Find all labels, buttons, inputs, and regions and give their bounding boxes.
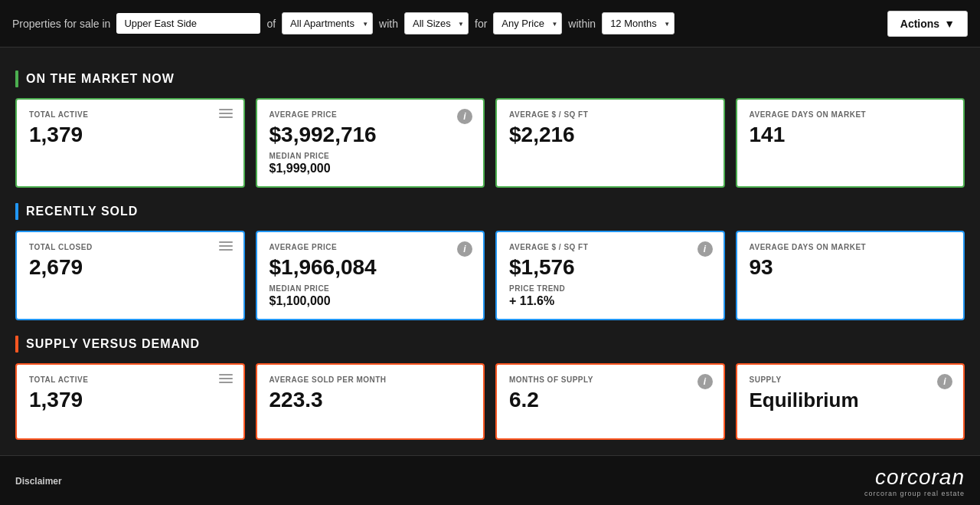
on-market-avg-price-info-icon[interactable]: i: [457, 109, 472, 124]
on-market-median-value: $1,999,000: [270, 162, 472, 175]
type-select-wrapper: All Apartments: [282, 12, 373, 34]
sold-avg-price-value: $1,966,084: [270, 256, 472, 280]
time-select-wrapper: 12 Months: [602, 12, 675, 34]
sold-total-closed-menu-icon[interactable]: [219, 241, 233, 251]
sold-avg-sqft-label: AVERAGE $ / SQ FT: [509, 243, 711, 251]
months-supply-card: MONTHS OF SUPPLY 6.2 i: [495, 363, 725, 440]
sold-avg-sqft-value: $1,576: [509, 256, 711, 280]
supply-equilibrium-card: SUPPLY Equilibrium i: [736, 363, 965, 440]
sold-avg-price-label: AVERAGE PRICE: [270, 243, 472, 251]
on-market-total-active-menu-icon[interactable]: [219, 109, 233, 118]
sold-total-closed-value: 2,679: [29, 256, 231, 280]
of-label: of: [266, 18, 276, 30]
on-market-avg-price-card: AVERAGE PRICE $3,992,716 MEDIAN PRICE $1…: [256, 98, 485, 188]
within-label: within: [568, 18, 596, 30]
supply-total-active-card: TOTAL ACTIVE 1,379: [15, 363, 245, 440]
size-select-wrapper: All Sizes: [404, 12, 469, 34]
sold-total-closed-card: TOTAL CLOSED 2,679: [15, 231, 245, 320]
avg-sold-per-month-label: AVERAGE SOLD PER MONTH: [270, 375, 472, 384]
months-supply-info-icon[interactable]: i: [697, 374, 713, 389]
for-label: for: [475, 18, 487, 30]
supply-demand-title: SUPPLY VERSUS DEMAND: [26, 337, 200, 351]
recently-sold-title: RECENTLY SOLD: [26, 205, 138, 218]
recently-sold-cards: TOTAL CLOSED 2,679 AVERAGE PRICE $1,966,…: [15, 231, 965, 320]
months-supply-label: MONTHS OF SUPPLY: [509, 375, 711, 384]
recently-sold-bar: [15, 203, 18, 220]
main-content: ON THE MARKET NOW TOTAL ACTIVE 1,379 AVE…: [0, 48, 980, 440]
supply-label: SUPPLY: [750, 375, 952, 384]
months-supply-value: 6.2: [509, 389, 711, 412]
sold-price-trend-label: PRICE TREND: [509, 284, 711, 293]
avg-sold-per-month-value: 223.3: [270, 389, 472, 412]
on-market-total-active-card: TOTAL ACTIVE 1,379: [15, 98, 245, 188]
on-market-avg-sqft-value: $2,216: [509, 123, 711, 147]
on-market-avg-price-label: AVERAGE PRICE: [270, 110, 472, 119]
sold-price-trend-value: + 11.6%: [509, 294, 711, 308]
with-label: with: [379, 18, 398, 30]
logo-text: corcoran: [864, 465, 965, 490]
avg-sold-per-month-card: AVERAGE SOLD PER MONTH 223.3: [256, 363, 485, 440]
location-input[interactable]: [116, 13, 260, 34]
on-market-section-header: ON THE MARKET NOW: [15, 71, 965, 87]
sold-avg-price-info-icon[interactable]: i: [457, 241, 472, 257]
recently-sold-section-header: RECENTLY SOLD: [15, 203, 965, 220]
supply-equilibrium-info-icon[interactable]: i: [937, 374, 952, 389]
on-market-avg-price-value: $3,992,716: [270, 123, 472, 147]
sold-median-value: $1,100,000: [270, 294, 472, 308]
header: Properties for sale in of All Apartments…: [0, 0, 980, 48]
footer: Disclaimer corcoran corcoran group real …: [0, 455, 980, 505]
footer-logo: corcoran corcoran group real estate: [864, 465, 965, 497]
sold-avg-price-card: AVERAGE PRICE $1,966,084 MEDIAN PRICE $1…: [256, 231, 485, 320]
price-select-wrapper: Any Price: [493, 12, 562, 34]
on-market-avg-days-label: AVERAGE DAYS ON MARKET: [750, 110, 952, 119]
on-market-bar: [15, 71, 18, 87]
disclaimer-text: Disclaimer: [15, 476, 62, 487]
supply-total-active-value: 1,379: [29, 389, 231, 412]
actions-label: Actions: [900, 18, 939, 30]
supply-total-active-menu-icon[interactable]: [219, 374, 233, 383]
sold-total-closed-label: TOTAL CLOSED: [29, 243, 231, 251]
supply-demand-cards: TOTAL ACTIVE 1,379 AVERAGE SOLD PER MONT…: [15, 363, 965, 440]
on-market-avg-days-value: 141: [750, 123, 952, 147]
actions-button[interactable]: Actions ▼: [887, 11, 968, 37]
supply-total-active-label: TOTAL ACTIVE: [29, 375, 231, 384]
time-select[interactable]: 12 Months: [602, 12, 675, 34]
sold-avg-days-value: 93: [750, 256, 952, 280]
logo-sub-text: corcoran group real estate: [864, 490, 965, 497]
supply-equilibrium-value: Equilibrium: [750, 389, 952, 412]
type-select[interactable]: All Apartments: [282, 12, 373, 34]
on-market-median-label: MEDIAN PRICE: [270, 152, 472, 160]
on-market-total-active-value: 1,379: [29, 123, 231, 147]
on-market-cards: TOTAL ACTIVE 1,379 AVERAGE PRICE $3,992,…: [15, 98, 965, 188]
chevron-down-icon: ▼: [944, 18, 955, 30]
sold-median-label: MEDIAN PRICE: [270, 284, 472, 293]
supply-demand-bar: [15, 336, 18, 353]
price-select[interactable]: Any Price: [493, 12, 562, 34]
on-market-avg-sqft-card: AVERAGE $ / SQ FT $2,216: [495, 98, 725, 188]
sold-avg-sqft-info-icon[interactable]: i: [697, 241, 713, 257]
on-market-title: ON THE MARKET NOW: [26, 72, 175, 86]
on-market-total-active-label: TOTAL ACTIVE: [29, 110, 231, 119]
properties-label: Properties for sale in: [12, 18, 110, 30]
on-market-avg-days-card: AVERAGE DAYS ON MARKET 141: [736, 98, 965, 188]
size-select[interactable]: All Sizes: [404, 12, 469, 34]
on-market-avg-sqft-label: AVERAGE $ / SQ FT: [509, 110, 711, 119]
sold-avg-sqft-card: AVERAGE $ / SQ FT $1,576 PRICE TREND + 1…: [495, 231, 725, 320]
supply-demand-section-header: SUPPLY VERSUS DEMAND: [15, 336, 965, 353]
sold-avg-days-label: AVERAGE DAYS ON MARKET: [750, 243, 952, 251]
sold-avg-days-card: AVERAGE DAYS ON MARKET 93: [736, 231, 965, 320]
